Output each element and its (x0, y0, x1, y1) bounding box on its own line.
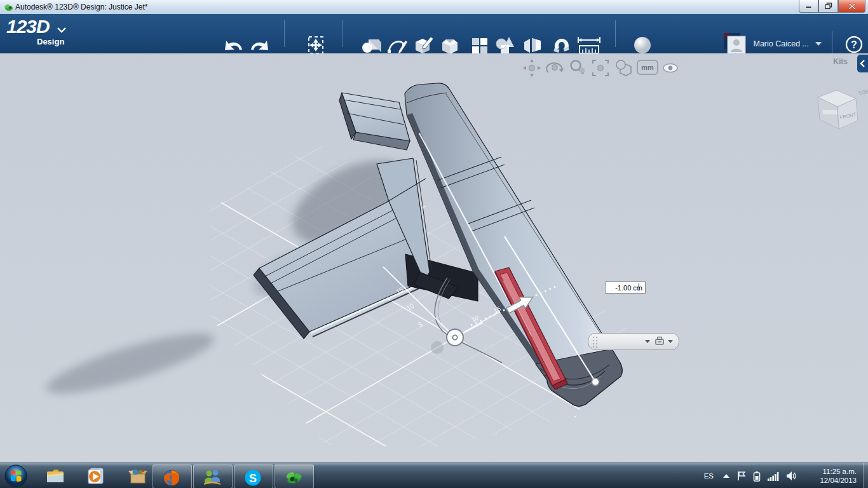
mode-dropdown-caret[interactable] (667, 339, 674, 344)
dimension-input[interactable] (605, 281, 646, 294)
app-logo-design-label: Design (37, 37, 64, 46)
pan-icon[interactable] (522, 58, 541, 78)
zoom-icon[interactable] (568, 58, 587, 78)
minimize-button[interactable] (799, 0, 818, 13)
explorer-icon[interactable] (46, 466, 65, 485)
visibility-icon[interactable] (661, 58, 680, 78)
app-toolbar: 123D Design (0, 14, 868, 53)
dim-dropdown-caret[interactable] (644, 339, 651, 344)
viewport-svg[interactable]: 15 10 5 10 15 20 (0, 53, 868, 463)
jet-model[interactable] (254, 83, 622, 406)
dimension-toolbar (588, 333, 679, 350)
svg-text:10: 10 (470, 314, 480, 323)
close-button[interactable] (838, 0, 865, 13)
action-center-flag[interactable] (737, 471, 746, 481)
help-button[interactable]: ? (845, 36, 863, 53)
svg-text:TOP: TOP (857, 88, 868, 97)
app-window-icon (4, 3, 13, 12)
hidden-icons-arrow[interactable] (722, 473, 730, 478)
volume-icon[interactable] (786, 471, 797, 481)
firefox-icon (162, 468, 181, 487)
svg-text:5: 5 (417, 320, 424, 329)
clock-time: 11:25 a.m. (807, 467, 857, 476)
extent-endpoint[interactable] (592, 379, 599, 386)
fit-icon[interactable] (591, 58, 610, 78)
kits-panel-toggle[interactable] (857, 55, 868, 72)
svg-text:S: S (249, 472, 257, 485)
orbit-icon[interactable] (545, 58, 564, 78)
shade-icon[interactable] (614, 58, 633, 78)
taskbar-firefox-button[interactable] (153, 464, 192, 488)
system-tray: ES 11:25 a.m. 12/04/2013 (704, 463, 863, 488)
clock[interactable]: 11:25 a.m. 12/04/2013 (807, 467, 857, 485)
app-box-icon[interactable] (128, 466, 147, 485)
show-desktop-button[interactable] (863, 463, 868, 488)
window-title: Autodesk® 123D® Design: Justice Jet* (15, 3, 147, 11)
battery-icon[interactable] (753, 471, 761, 482)
toolbar-grip[interactable] (591, 334, 600, 349)
view-cube[interactable]: TOP FRONT (818, 88, 868, 129)
taskbar-messenger-button[interactable] (193, 464, 233, 488)
taskbar: S ES (0, 463, 868, 488)
view-toolbar: mm (520, 53, 685, 79)
extrude-mode-icon[interactable] (654, 336, 665, 346)
media-player-icon[interactable] (86, 466, 105, 485)
taskbar-skype-button[interactable]: S (234, 464, 273, 488)
skype-icon: S (243, 468, 262, 487)
units-button[interactable]: mm (637, 60, 658, 75)
network-icon[interactable] (768, 471, 779, 481)
123d-taskbar-icon (284, 468, 303, 487)
language-indicator[interactable]: ES (704, 472, 714, 480)
app-logo[interactable]: 123D (6, 16, 67, 37)
restore-button[interactable] (818, 0, 838, 13)
taskbar-123d-button[interactable] (275, 464, 314, 488)
user-dropdown-caret[interactable] (814, 41, 823, 46)
svg-text:?: ? (851, 39, 857, 50)
avatar[interactable] (724, 33, 747, 55)
kits-panel-label: Kits (833, 57, 848, 66)
messenger-icon (203, 468, 222, 487)
title-bar: Autodesk® 123D® Design: Justice Jet* (0, 0, 868, 15)
start-orb[interactable] (4, 464, 27, 487)
user-name[interactable]: Mario Caiced ... (753, 39, 809, 48)
viewport-3d[interactable]: 15 10 5 10 15 20 (0, 53, 868, 463)
screen: Autodesk® 123D® Design: Justice Jet* 123… (0, 0, 868, 488)
clock-date: 12/04/2013 (807, 476, 857, 485)
ghost-handle (431, 341, 444, 354)
